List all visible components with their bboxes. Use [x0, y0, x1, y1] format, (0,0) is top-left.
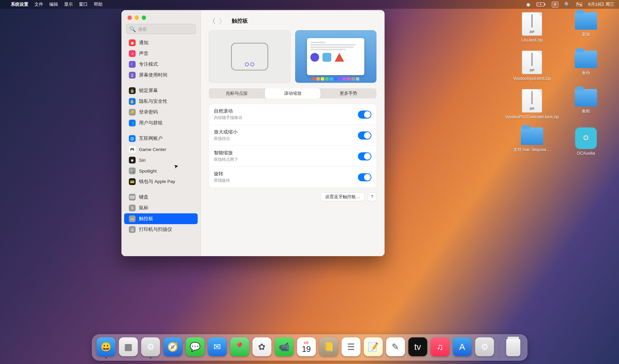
- dock-item-tv[interactable]: tv: [408, 337, 427, 359]
- spotlight-icon[interactable]: 🔍: [564, 2, 570, 7]
- dock-item-mail[interactable]: ✉: [208, 337, 227, 359]
- sidebar-item[interactable]: ✋隐私与安全性: [124, 96, 198, 107]
- menubar-date[interactable]: 6月19日 周三: [588, 1, 614, 7]
- sidebar-item-label: 鼠标: [139, 205, 148, 211]
- desktop-item[interactable]: VoodooInput.kext.zip: [508, 51, 556, 81]
- messages-icon: 💬: [186, 337, 204, 356]
- close-button[interactable]: [128, 16, 132, 20]
- menubar-item-help[interactable]: 帮助: [94, 1, 103, 7]
- calendar-icon: 6月19: [297, 337, 316, 356]
- demo-dock-icon: [312, 77, 359, 81]
- safari-icon: 🧭: [163, 337, 182, 356]
- desktop-item[interactable]: 支持 mac Sequoia ...: [508, 127, 556, 156]
- settings-sidebar: 🔍 ▣通知♬声音☾专注模式⌛屏幕使用时间🔒锁定屏幕✋隐私与安全性🔑登录密码👥用户…: [121, 10, 201, 256]
- sidebar-item[interactable]: 🎮Game Center: [124, 144, 198, 155]
- control-center-icon[interactable]: [576, 2, 582, 6]
- menubar-item-view[interactable]: 显示: [64, 1, 73, 7]
- dock-item-freeform[interactable]: ✎: [386, 337, 405, 359]
- sidebar-item[interactable]: 🔒锁定屏幕: [124, 85, 198, 96]
- trackpad-outline-icon: [231, 43, 268, 70]
- folder-icon: [575, 51, 597, 68]
- back-button[interactable]: 〈: [209, 17, 216, 26]
- dock-item-syspref[interactable]: ⚙: [475, 337, 494, 359]
- help-button[interactable]: ?: [368, 192, 376, 201]
- sidebar-item-label: Siri: [139, 158, 146, 163]
- dock-item-settings[interactable]: ⚙: [141, 337, 160, 359]
- minimize-button[interactable]: [135, 16, 139, 20]
- dock-item-messages[interactable]: 💬: [186, 337, 204, 359]
- sidebar-item[interactable]: 🔑登录密码: [124, 107, 198, 118]
- menubar: 系统设置 文件 编辑 显示 窗口 帮助 ◉ 拼 🔍 6月19日 周三: [0, 0, 619, 9]
- sidebar-icon: @: [129, 135, 136, 142]
- sidebar-item[interactable]: 🖱鼠标: [124, 203, 198, 213]
- sidebar-list[interactable]: ▣通知♬声音☾专注模式⌛屏幕使用时间🔒锁定屏幕✋隐私与安全性🔑登录密码👥用户与群…: [121, 37, 200, 256]
- sidebar-item[interactable]: ⌨键盘: [124, 192, 198, 203]
- sidebar-search[interactable]: 🔍: [126, 24, 196, 34]
- finger-dot-icon: [245, 62, 249, 66]
- desktop-item[interactable]: 新加: [562, 12, 610, 42]
- gesture-demo-trackpad: [209, 30, 290, 83]
- screen-record-icon[interactable]: ◉: [526, 2, 530, 7]
- desktop-item[interactable]: ⚙OCAuxilia: [562, 127, 610, 156]
- sidebar-item[interactable]: 🖨打印机与扫描仪: [124, 224, 198, 235]
- toggle-switch[interactable]: [358, 131, 371, 140]
- toggle-switch[interactable]: [358, 173, 371, 181]
- zoom-button[interactable]: [142, 16, 146, 20]
- search-icon: 🔍: [129, 26, 136, 32]
- tab[interactable]: 更多手势: [320, 88, 376, 98]
- sidebar-item[interactable]: @互联网账户: [124, 133, 198, 144]
- dock-item-safari[interactable]: 🧭: [163, 337, 182, 359]
- desktop-item[interactable]: Lilu.kext.zip: [508, 12, 556, 42]
- menubar-item-window[interactable]: 窗口: [79, 1, 88, 7]
- sidebar-icon: ⌨: [129, 194, 136, 201]
- menubar-item-file[interactable]: 文件: [34, 1, 43, 7]
- sidebar-item[interactable]: ▣通知: [124, 37, 198, 48]
- forward-button[interactable]: 〉: [219, 17, 226, 26]
- sidebar-item[interactable]: ☾专注模式: [124, 59, 198, 70]
- tab[interactable]: 滚动缩放: [265, 88, 321, 98]
- sidebar-item[interactable]: 👥用户与群组: [124, 118, 198, 128]
- menubar-item-edit[interactable]: 编辑: [49, 1, 58, 7]
- tab[interactable]: 光标与点按: [209, 88, 265, 98]
- toggle-switch[interactable]: [358, 152, 371, 160]
- dock-item-facetime[interactable]: 📹: [275, 337, 293, 359]
- dock-item-maps[interactable]: 📍: [230, 337, 249, 359]
- desktop-item[interactable]: 备份: [562, 51, 610, 81]
- dock-item-launchpad[interactable]: ▦: [119, 337, 138, 359]
- dock-item-trash[interactable]: [504, 339, 523, 359]
- dock-item-appstore[interactable]: A: [453, 337, 472, 359]
- setting-subtitle: 双指旋转: [214, 178, 230, 183]
- desktop-item[interactable]: 教程: [562, 89, 610, 119]
- sidebar-item[interactable]: ▭触控板: [124, 213, 198, 224]
- sidebar-item-label: 键盘: [139, 194, 148, 200]
- sidebar-item-label: 声音: [139, 51, 148, 57]
- zip-file-icon: [522, 89, 542, 113]
- setup-bluetooth-trackpad-button[interactable]: 设置蓝牙触控板…: [321, 192, 365, 201]
- system-settings-window: 🔍 ▣通知♬声音☾专注模式⌛屏幕使用时间🔒锁定屏幕✋隐私与安全性🔑登录密码👥用户…: [121, 10, 385, 256]
- toggle-switch[interactable]: [358, 111, 371, 119]
- dock-item-calendar[interactable]: 6月19: [297, 337, 316, 359]
- dock-item-notes[interactable]: 📝: [364, 337, 383, 359]
- sidebar-item[interactable]: 💳钱包与 Apple Pay: [124, 176, 198, 187]
- dock-item-finder[interactable]: 😀: [96, 337, 115, 359]
- syspref-icon: ⚙: [475, 337, 494, 356]
- sidebar-item-label: 通知: [139, 40, 148, 46]
- sidebar-item[interactable]: 🔍Spotlight: [124, 165, 198, 176]
- input-method-icon[interactable]: 拼: [552, 2, 558, 7]
- battery-icon[interactable]: [536, 2, 546, 7]
- demo-window-icon: [307, 38, 364, 75]
- dock-item-photos[interactable]: ✿: [252, 337, 271, 359]
- dock-item-contacts[interactable]: 📒: [319, 337, 338, 359]
- app-icon: ⚙: [575, 127, 597, 149]
- dock-item-reminders[interactable]: ☰: [341, 337, 360, 359]
- music-icon: ♫: [430, 337, 449, 356]
- dock-item-music[interactable]: ♫: [430, 337, 449, 359]
- menubar-app-name[interactable]: 系统设置: [11, 1, 28, 7]
- sidebar-item[interactable]: ◉Siri: [124, 155, 198, 165]
- svg-rect-2: [544, 4, 545, 5]
- sidebar-item[interactable]: ♬声音: [124, 48, 198, 59]
- trackpad-tabs: 光标与点按滚动缩放更多手势: [209, 88, 376, 98]
- search-input[interactable]: [138, 27, 193, 32]
- desktop-item[interactable]: VoodooPS2Controller.kext.zip: [508, 89, 556, 119]
- sidebar-item[interactable]: ⌛屏幕使用时间: [124, 70, 198, 81]
